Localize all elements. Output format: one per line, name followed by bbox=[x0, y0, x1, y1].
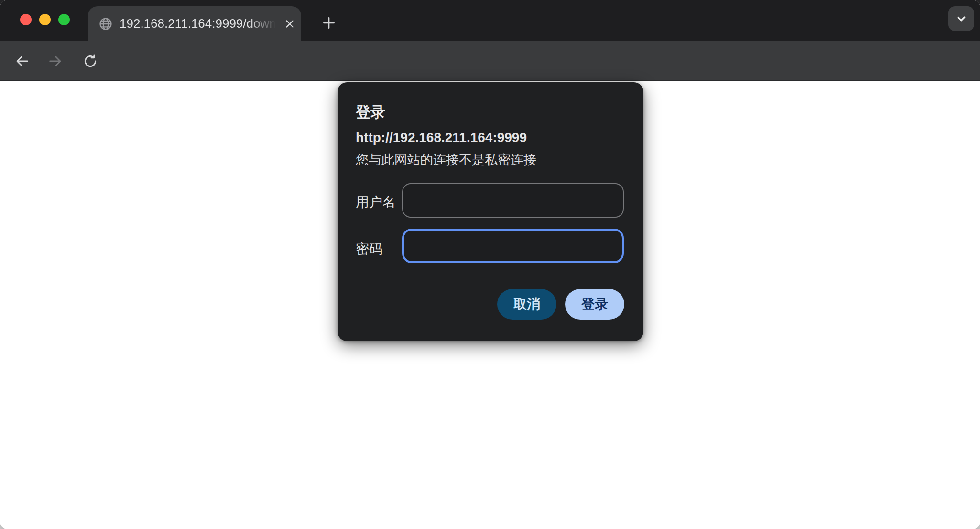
reload-button[interactable] bbox=[78, 49, 103, 74]
tab-strip: 192.168.211.164:9999/download/ bbox=[0, 0, 980, 41]
http-auth-dialog: 登录 http://192.168.211.164:9999 您与此网站的连接不… bbox=[338, 82, 643, 341]
tab-title: 192.168.211.164:9999/download/ bbox=[120, 16, 277, 31]
username-label: 用户名 bbox=[356, 193, 396, 211]
tab-search-chevron-button[interactable] bbox=[948, 6, 974, 31]
login-button[interactable]: 登录 bbox=[565, 289, 624, 320]
dialog-origin-url: http://192.168.211.164:9999 bbox=[356, 130, 527, 145]
browser-window: 192.168.211.164:9999/download/ bbox=[0, 0, 980, 529]
forward-button[interactable] bbox=[43, 49, 68, 74]
forward-icon bbox=[47, 53, 64, 69]
back-icon bbox=[14, 53, 30, 69]
cancel-button[interactable]: 取消 bbox=[497, 289, 556, 320]
toolbar: 192.168.211.164:9999/download/ bbox=[0, 41, 980, 81]
macos-close-button[interactable] bbox=[20, 14, 32, 25]
page-content: 登录 http://192.168.211.164:9999 您与此网站的连接不… bbox=[0, 82, 980, 529]
chevron-down-icon bbox=[954, 11, 969, 26]
macos-minimize-button[interactable] bbox=[39, 14, 51, 25]
password-label: 密码 bbox=[356, 240, 382, 258]
back-button[interactable] bbox=[10, 49, 34, 74]
dialog-title: 登录 bbox=[356, 102, 385, 122]
macos-zoom-button[interactable] bbox=[58, 14, 70, 25]
reload-icon bbox=[82, 53, 98, 69]
new-tab-button[interactable] bbox=[317, 11, 340, 34]
tab-close-icon[interactable] bbox=[280, 14, 299, 33]
browser-tab[interactable]: 192.168.211.164:9999/download/ bbox=[88, 6, 301, 41]
dialog-security-warning: 您与此网站的连接不是私密连接 bbox=[356, 151, 536, 168]
globe-icon bbox=[98, 17, 113, 31]
password-input[interactable] bbox=[402, 229, 624, 263]
username-input[interactable] bbox=[402, 183, 624, 218]
dialog-actions: 取消 登录 bbox=[497, 289, 624, 320]
